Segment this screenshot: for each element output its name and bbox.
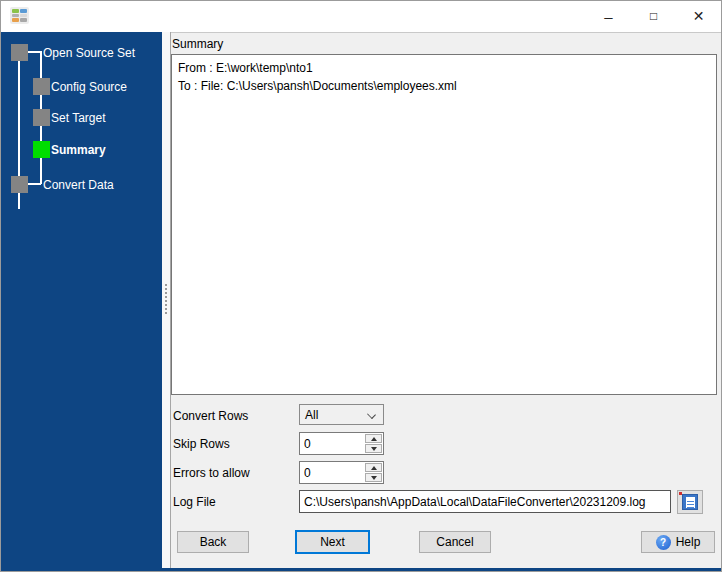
title-bar: – □ ✕ xyxy=(1,1,721,32)
skip-rows-label: Skip Rows xyxy=(173,437,230,451)
tree-connector-line xyxy=(28,183,41,185)
summary-line-from: From : E:\work\temp\nto1 xyxy=(178,59,710,77)
tree-connector-line xyxy=(28,51,41,53)
sidebar-item-convert-data[interactable]: Convert Data xyxy=(43,178,114,192)
sidebar-item-summary[interactable]: Summary xyxy=(51,143,106,157)
errors-to-allow-input[interactable] xyxy=(300,462,364,483)
cancel-button[interactable]: Cancel xyxy=(419,531,491,553)
next-button[interactable]: Next xyxy=(295,530,370,554)
skip-rows-increment-icon[interactable] xyxy=(365,434,382,443)
errors-increment-icon[interactable] xyxy=(365,463,382,472)
close-icon[interactable]: ✕ xyxy=(676,1,721,31)
maximize-icon[interactable]: □ xyxy=(631,1,676,31)
errors-decrement-icon[interactable] xyxy=(365,473,382,482)
wizard-steps-sidebar: Open Source Set Config Source Set Target… xyxy=(1,32,162,568)
help-button[interactable]: ? Help xyxy=(641,531,715,553)
app-icon xyxy=(10,7,29,24)
bottom-accent-strip xyxy=(1,568,722,572)
minimize-icon[interactable]: – xyxy=(586,1,631,31)
sidebar-item-open-source-set[interactable]: Open Source Set xyxy=(43,46,135,60)
step-marker-set-target xyxy=(33,109,50,126)
chevron-down-icon xyxy=(367,410,376,419)
errors-to-allow-label: Errors to allow xyxy=(173,466,250,480)
convert-rows-dropdown[interactable]: All xyxy=(299,404,384,425)
sidebar-item-config-source[interactable]: Config Source xyxy=(51,80,127,94)
back-button[interactable]: Back xyxy=(177,531,249,553)
errors-to-allow-stepper xyxy=(299,461,384,484)
view-log-button[interactable] xyxy=(677,490,703,514)
skip-rows-decrement-icon[interactable] xyxy=(365,444,382,453)
skip-rows-stepper xyxy=(299,432,384,455)
log-file-input[interactable] xyxy=(299,490,671,513)
splitter-grip-icon xyxy=(165,284,167,314)
red-dot-marker xyxy=(679,492,682,495)
log-file-icon xyxy=(682,494,698,510)
summary-line-to: To : File: C:\Users\pansh\Documents\empl… xyxy=(178,77,710,95)
sidebar-splitter[interactable] xyxy=(162,32,171,568)
convert-rows-selected-value: All xyxy=(305,408,318,422)
summary-text-area[interactable]: From : E:\work\temp\nto1 To : File: C:\U… xyxy=(171,54,717,395)
log-file-label: Log File xyxy=(173,495,216,509)
step-marker-summary-active xyxy=(33,141,50,158)
step-marker-convert-data xyxy=(11,176,28,193)
summary-section-title: Summary xyxy=(172,37,223,51)
help-button-label: Help xyxy=(676,535,701,549)
wizard-window: – □ ✕ Open Source Set Config Source Set … xyxy=(0,0,722,572)
step-marker-open-source-set xyxy=(11,44,28,61)
step-marker-config-source xyxy=(33,78,50,95)
convert-rows-label: Convert Rows xyxy=(173,409,248,423)
sidebar-item-set-target[interactable]: Set Target xyxy=(51,111,105,125)
help-icon: ? xyxy=(656,535,671,550)
skip-rows-input[interactable] xyxy=(300,433,364,454)
